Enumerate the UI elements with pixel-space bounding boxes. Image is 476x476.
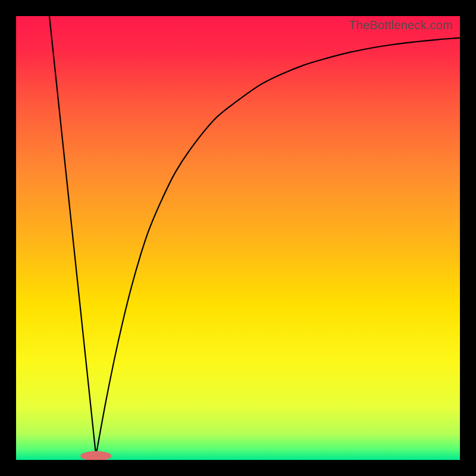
chart-plot — [16, 16, 460, 460]
chart-frame: TheBottleneck.com — [0, 0, 476, 476]
watermark-text: TheBottleneck.com — [349, 18, 453, 32]
gradient-background — [16, 16, 460, 460]
plot-area: TheBottleneck.com — [16, 16, 460, 460]
